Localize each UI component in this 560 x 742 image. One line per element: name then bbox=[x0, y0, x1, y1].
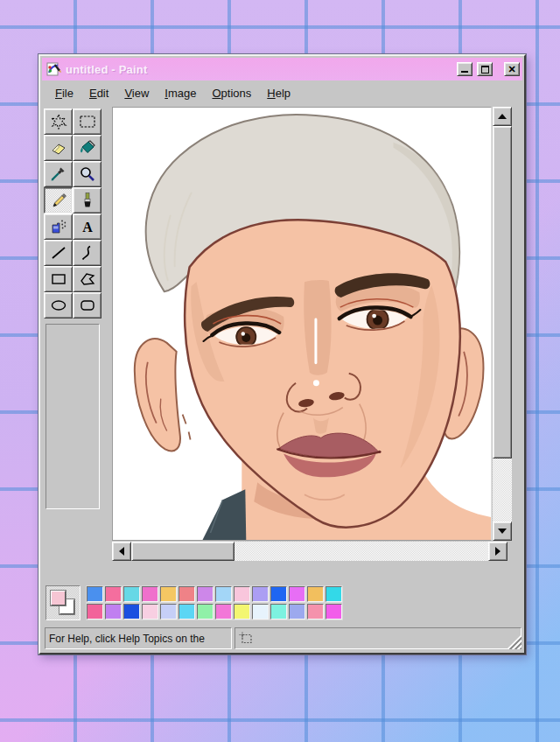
tool-rectangle[interactable] bbox=[44, 266, 73, 292]
rounded-rectangle-icon bbox=[78, 297, 97, 314]
arrow-down-icon bbox=[498, 528, 507, 534]
tool-magnifier[interactable] bbox=[73, 161, 102, 187]
arrow-right-icon bbox=[495, 547, 500, 556]
tool-airbrush[interactable] bbox=[44, 214, 73, 240]
tool-fill-with-color[interactable] bbox=[73, 135, 102, 161]
swatch-row1-4[interactable] bbox=[142, 586, 158, 602]
swatch-row2-14[interactable] bbox=[326, 604, 342, 620]
tool-polygon[interactable] bbox=[73, 266, 102, 292]
swatch-row1-13[interactable] bbox=[307, 586, 324, 602]
desktop-background: untitled - Paint ✕ FileEditViewImageOpti… bbox=[0, 0, 560, 742]
swatch-row1-6[interactable] bbox=[178, 586, 195, 602]
polygon-icon bbox=[78, 270, 97, 288]
vertical-scroll-thumb[interactable] bbox=[493, 126, 512, 458]
menu-options[interactable]: Options bbox=[204, 84, 259, 102]
toolbox: A bbox=[44, 107, 110, 581]
current-colors-indicator[interactable] bbox=[46, 585, 80, 620]
canvas[interactable] bbox=[112, 107, 492, 541]
tool-brush[interactable] bbox=[73, 187, 102, 214]
swatch-row2-12[interactable] bbox=[289, 604, 305, 620]
titlebar[interactable]: untitled - Paint ✕ bbox=[42, 58, 522, 80]
swatch-row1-11[interactable] bbox=[270, 586, 287, 602]
selection-size-icon bbox=[239, 632, 255, 646]
swatch-row1-7[interactable] bbox=[197, 586, 214, 602]
scroll-down-button[interactable] bbox=[493, 522, 512, 541]
swatch-row2-11[interactable] bbox=[270, 604, 287, 620]
menu-file[interactable]: File bbox=[47, 84, 81, 102]
close-icon: ✕ bbox=[508, 63, 515, 75]
menu-help[interactable]: Help bbox=[259, 84, 298, 102]
canvas-zone bbox=[112, 107, 522, 581]
minimize-icon bbox=[461, 71, 468, 73]
tool-pencil[interactable] bbox=[44, 187, 73, 214]
horizontal-scroll-thumb[interactable] bbox=[131, 542, 234, 561]
swatch-row1-8[interactable] bbox=[215, 586, 232, 602]
swatch-row1-2[interactable] bbox=[105, 586, 122, 602]
swatch-row2-8[interactable] bbox=[215, 604, 232, 620]
status-position-panel bbox=[234, 627, 522, 649]
maximize-button[interactable] bbox=[477, 62, 493, 76]
tool-options-box bbox=[46, 324, 100, 509]
swatch-row2-5[interactable] bbox=[160, 604, 177, 620]
swatch-row2-7[interactable] bbox=[197, 604, 214, 620]
tool-rounded-rectangle[interactable] bbox=[73, 292, 102, 318]
tool-line[interactable] bbox=[44, 240, 73, 266]
tool-free-form-select[interactable] bbox=[44, 108, 73, 135]
swatch-row1-5[interactable] bbox=[160, 586, 177, 602]
paint-logo-icon bbox=[46, 62, 61, 76]
tool-grid: A bbox=[44, 108, 102, 318]
swatch-row2-4[interactable] bbox=[142, 604, 158, 620]
swatch-row1-1[interactable] bbox=[87, 586, 103, 602]
swatch-row1-12[interactable] bbox=[289, 586, 305, 602]
status-help-panel: For Help, click Help Topics on the bbox=[45, 627, 232, 649]
swatch-row1-14[interactable] bbox=[326, 586, 342, 602]
status-bar: For Help, click Help Topics on the bbox=[40, 625, 524, 653]
swatch-row2-9[interactable] bbox=[234, 604, 250, 620]
scroll-left-button[interactable] bbox=[112, 542, 131, 561]
tool-pick-color[interactable] bbox=[44, 161, 73, 187]
swatch-row2-10[interactable] bbox=[252, 604, 269, 620]
paint-window: untitled - Paint ✕ FileEditViewImageOpti… bbox=[38, 54, 526, 654]
tool-eraser[interactable] bbox=[44, 135, 73, 161]
swatch-row2-3[interactable] bbox=[123, 604, 140, 620]
main-area: A bbox=[40, 105, 524, 581]
tool-curve[interactable] bbox=[73, 240, 102, 266]
swatch-row2-6[interactable] bbox=[178, 604, 195, 620]
scroll-up-button[interactable] bbox=[493, 107, 512, 126]
minimize-button[interactable] bbox=[457, 62, 472, 76]
swatch-row2-2[interactable] bbox=[105, 604, 122, 620]
menu-edit[interactable]: Edit bbox=[81, 84, 116, 102]
swatch-row1-10[interactable] bbox=[252, 586, 269, 602]
eraser-icon bbox=[49, 139, 68, 157]
svg-text:A: A bbox=[82, 220, 93, 234]
tool-text[interactable]: A bbox=[73, 214, 102, 240]
pencil-icon bbox=[49, 192, 68, 209]
foreground-color-swatch[interactable] bbox=[51, 591, 66, 606]
menu-view[interactable]: View bbox=[116, 84, 157, 102]
scroll-right-button[interactable] bbox=[488, 542, 508, 561]
tool-ellipse[interactable] bbox=[44, 292, 73, 318]
swatch-row1-3[interactable] bbox=[123, 586, 140, 602]
arrow-up-icon bbox=[498, 114, 507, 119]
text-icon: A bbox=[78, 218, 97, 235]
horizontal-scrollbar[interactable] bbox=[112, 542, 508, 561]
free-form-select-icon bbox=[49, 113, 68, 130]
close-button[interactable]: ✕ bbox=[504, 62, 520, 76]
magnifier-icon bbox=[78, 165, 97, 183]
paint-bucket-icon bbox=[78, 139, 97, 157]
menubar: FileEditViewImageOptionsHelp bbox=[40, 80, 524, 105]
swatch-row1-9[interactable] bbox=[234, 586, 250, 602]
vertical-scrollbar[interactable] bbox=[493, 107, 512, 541]
line-icon bbox=[49, 244, 68, 262]
select-icon bbox=[78, 113, 97, 130]
swatch-row2-13[interactable] bbox=[307, 604, 324, 620]
tool-select[interactable] bbox=[73, 108, 102, 135]
swatch-row2-1[interactable] bbox=[87, 604, 103, 620]
ellipse-icon bbox=[49, 297, 68, 314]
brush-icon bbox=[78, 192, 97, 209]
eyedropper-icon bbox=[49, 165, 68, 183]
status-help-text: For Help, click Help Topics on the bbox=[49, 633, 205, 645]
maximize-icon bbox=[481, 66, 489, 74]
menu-image[interactable]: Image bbox=[157, 84, 204, 102]
rectangle-icon bbox=[49, 270, 68, 288]
